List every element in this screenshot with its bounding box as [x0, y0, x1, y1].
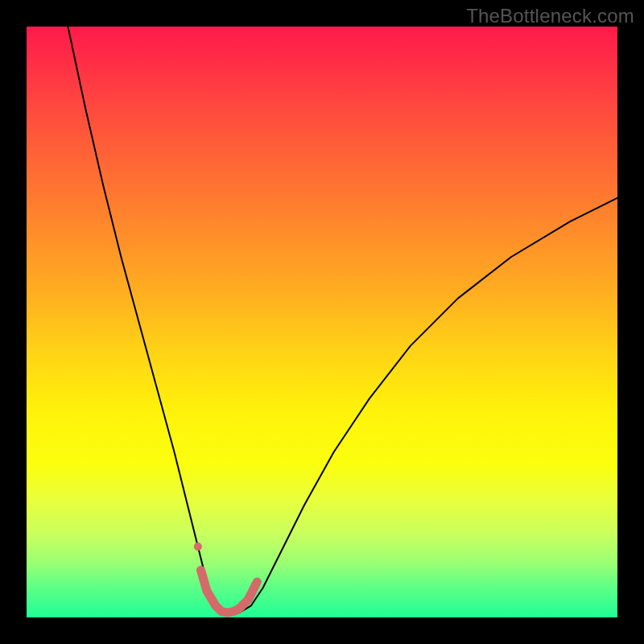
chart-frame: TheBottleneck.com [0, 0, 644, 644]
watermark-text: TheBottleneck.com [466, 5, 634, 27]
chart-svg [27, 27, 617, 617]
highlight-dot [194, 543, 202, 551]
bottleneck-curve [68, 27, 617, 614]
